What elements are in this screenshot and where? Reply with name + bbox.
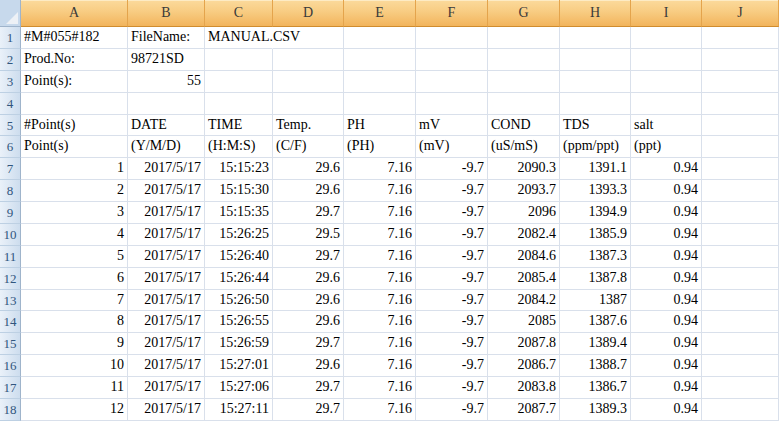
row-header-1[interactable]: 1 [0,27,21,49]
cell-A16[interactable]: 10 [21,355,128,377]
cell-B15[interactable]: 2017/5/17 [128,333,205,355]
cell-B16[interactable]: 2017/5/17 [128,355,205,377]
cell-E3[interactable] [344,71,416,93]
row-header-3[interactable]: 3 [0,71,21,93]
cell-B4[interactable] [128,93,205,115]
column-header-E[interactable]: E [344,0,416,27]
cell-I1[interactable] [631,27,702,49]
cell-J6[interactable] [702,136,779,158]
cell-E9[interactable]: 7.16 [344,202,416,224]
cell-I6[interactable]: (ppt) [631,136,702,158]
cell-E11[interactable]: 7.16 [344,246,416,268]
cell-I11[interactable]: 0.94 [631,246,702,268]
column-header-F[interactable]: F [416,0,488,27]
cell-G14[interactable]: 2085 [488,311,560,333]
cell-E16[interactable]: 7.16 [344,355,416,377]
cell-J8[interactable] [702,180,779,202]
cell-I5[interactable]: salt [631,115,702,137]
column-header-I[interactable]: I [631,0,702,27]
select-all-corner[interactable] [0,0,21,27]
cell-A12[interactable]: 6 [21,268,128,290]
row-header-5[interactable]: 5 [0,115,21,137]
cell-A17[interactable]: 11 [21,377,128,399]
cell-C8[interactable]: 15:15:30 [205,180,273,202]
cell-E7[interactable]: 7.16 [344,158,416,180]
cell-I9[interactable]: 0.94 [631,202,702,224]
cell-C10[interactable]: 15:26:25 [205,224,273,246]
cell-G18[interactable]: 2087.7 [488,399,560,421]
row-header-16[interactable]: 16 [0,355,21,377]
cell-F14[interactable]: -9.7 [416,311,488,333]
cell-G2[interactable] [488,49,560,71]
cell-C6[interactable]: (H:M:S) [205,136,273,158]
cell-B14[interactable]: 2017/5/17 [128,311,205,333]
cell-J1[interactable] [702,27,779,49]
cell-H7[interactable]: 1391.1 [560,158,631,180]
cell-E5[interactable]: PH [344,115,416,137]
column-header-B[interactable]: B [128,0,205,27]
cell-I15[interactable]: 0.94 [631,333,702,355]
row-header-7[interactable]: 7 [0,158,21,180]
cell-C16[interactable]: 15:27:01 [205,355,273,377]
cell-H13[interactable]: 1387 [560,290,631,312]
cell-J16[interactable] [702,355,779,377]
cell-J10[interactable] [702,224,779,246]
cell-J5[interactable] [702,115,779,137]
row-header-13[interactable]: 13 [0,290,21,312]
cell-A2[interactable]: Prod.No: [21,49,128,71]
cell-D2[interactable] [273,49,344,71]
cell-D5[interactable]: Temp. [273,115,344,137]
cell-C9[interactable]: 15:15:35 [205,202,273,224]
cell-G9[interactable]: 2096 [488,202,560,224]
cell-G1[interactable] [488,27,560,49]
column-header-J[interactable]: J [702,0,779,27]
cell-H10[interactable]: 1385.9 [560,224,631,246]
cell-I10[interactable]: 0.94 [631,224,702,246]
cell-G13[interactable]: 2084.2 [488,290,560,312]
cell-A5[interactable]: #Point(s) [21,115,128,137]
cell-F6[interactable]: (mV) [416,136,488,158]
cell-H3[interactable] [560,71,631,93]
cell-F15[interactable]: -9.7 [416,333,488,355]
cell-I13[interactable]: 0.94 [631,290,702,312]
cell-B3[interactable]: 55 [128,71,205,93]
cell-F7[interactable]: -9.7 [416,158,488,180]
cell-J2[interactable] [702,49,779,71]
cell-G15[interactable]: 2087.8 [488,333,560,355]
cell-D10[interactable]: 29.5 [273,224,344,246]
cell-H6[interactable]: (ppm/ppt) [560,136,631,158]
row-header-11[interactable]: 11 [0,246,21,268]
cell-G16[interactable]: 2086.7 [488,355,560,377]
cell-C17[interactable]: 15:27:06 [205,377,273,399]
cell-I8[interactable]: 0.94 [631,180,702,202]
column-header-A[interactable]: A [21,0,128,27]
column-header-D[interactable]: D [273,0,344,27]
cell-E18[interactable]: 7.16 [344,399,416,421]
row-header-15[interactable]: 15 [0,333,21,355]
cell-J7[interactable] [702,158,779,180]
cell-C18[interactable]: 15:27:11 [205,399,273,421]
cell-F10[interactable]: -9.7 [416,224,488,246]
cell-C14[interactable]: 15:26:55 [205,311,273,333]
cell-J15[interactable] [702,333,779,355]
cell-C1[interactable]: MANUAL.CSV [205,27,273,49]
cell-D12[interactable]: 29.6 [273,268,344,290]
cell-H15[interactable]: 1389.4 [560,333,631,355]
cell-B6[interactable]: (Y/M/D) [128,136,205,158]
cell-J12[interactable] [702,268,779,290]
cell-E10[interactable]: 7.16 [344,224,416,246]
cell-D3[interactable] [273,71,344,93]
cell-A11[interactable]: 5 [21,246,128,268]
cell-D6[interactable]: (C/F) [273,136,344,158]
cell-F11[interactable]: -9.7 [416,246,488,268]
cell-D15[interactable]: 29.7 [273,333,344,355]
cell-D8[interactable]: 29.6 [273,180,344,202]
cell-E13[interactable]: 7.16 [344,290,416,312]
cell-I4[interactable] [631,93,702,115]
cell-D13[interactable]: 29.6 [273,290,344,312]
cell-J9[interactable] [702,202,779,224]
cell-A7[interactable]: 1 [21,158,128,180]
cell-F12[interactable]: -9.7 [416,268,488,290]
row-header-6[interactable]: 6 [0,136,21,158]
cell-H1[interactable] [560,27,631,49]
